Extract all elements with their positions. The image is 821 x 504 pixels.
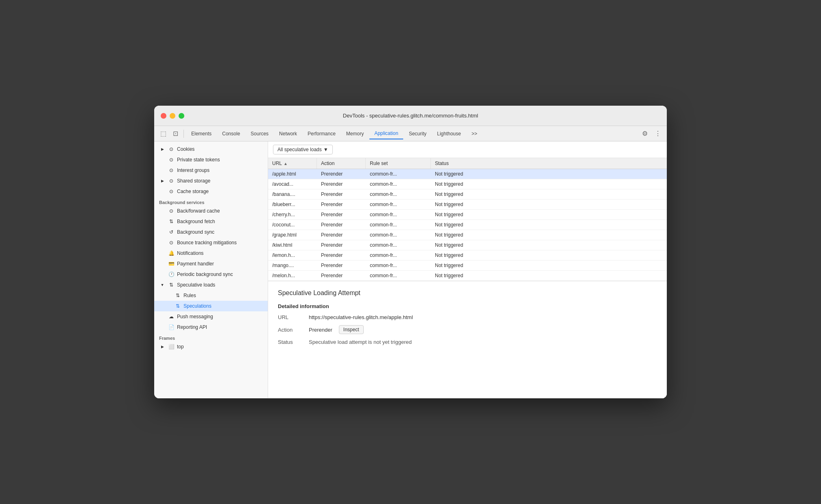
sidebar-item-top[interactable]: ▶ ⬜ top bbox=[154, 341, 268, 352]
detail-action-row: Action Prerender Inspect bbox=[278, 325, 657, 334]
table-row[interactable]: /banana.... Prerender common-fr... Not t… bbox=[268, 189, 667, 200]
close-button[interactable] bbox=[161, 113, 166, 119]
cylinder-icon-6: ⊙ bbox=[168, 208, 175, 214]
file-icon: 📄 bbox=[168, 324, 175, 330]
cursor-icon[interactable]: ⬚ bbox=[157, 128, 169, 139]
cell-status: Not triggered bbox=[431, 179, 667, 189]
sidebar-item-cache-storage[interactable]: ⊙ Cache storage bbox=[154, 186, 268, 197]
sidebar-item-speculative-loads[interactable]: ▼ ⇅ Speculative loads bbox=[154, 280, 268, 290]
filter-select[interactable]: All speculative loads ▼ bbox=[273, 145, 333, 154]
cell-status: Not triggered bbox=[431, 189, 667, 199]
bell-icon: 🔔 bbox=[168, 250, 175, 256]
cell-rule-set: common-fr... bbox=[366, 230, 431, 240]
sidebar-item-reporting-api[interactable]: 📄 Reporting API bbox=[154, 322, 268, 332]
sidebar-item-label: Speculations bbox=[183, 303, 212, 309]
sidebar-item-label: Cache storage bbox=[177, 189, 209, 194]
sidebar-item-label: Speculative loads bbox=[177, 282, 215, 288]
table-row[interactable]: /coconut... Prerender common-fr... Not t… bbox=[268, 220, 667, 230]
table-row[interactable]: /mango.... Prerender common-fr... Not tr… bbox=[268, 261, 667, 271]
tab-security[interactable]: Security bbox=[404, 128, 431, 139]
sidebar-item-payment-handler[interactable]: 💳 Payment handler bbox=[154, 259, 268, 269]
chevron-down-icon: ▼ bbox=[159, 283, 166, 287]
minimize-button[interactable] bbox=[170, 113, 175, 119]
sidebar-item-shared-storage[interactable]: ▶ ⊙ Shared storage bbox=[154, 176, 268, 186]
inspect-button[interactable]: Inspect bbox=[339, 325, 364, 334]
frames-label: Frames bbox=[154, 332, 268, 341]
action-value: Prerender bbox=[309, 327, 332, 333]
cell-rule-set: common-fr... bbox=[366, 240, 431, 250]
col-header-rule-set[interactable]: Rule set bbox=[366, 158, 431, 169]
sidebar-item-background-fetch[interactable]: ⇅ Background fetch bbox=[154, 216, 268, 227]
sidebar-item-rules[interactable]: ⇅ Rules bbox=[154, 290, 268, 301]
sidebar-item-notifications[interactable]: 🔔 Notifications bbox=[154, 248, 268, 259]
tab-memory[interactable]: Memory bbox=[341, 128, 369, 139]
tab-elements[interactable]: Elements bbox=[186, 128, 216, 139]
table-row[interactable]: /apple.html Prerender common-fr... Not t… bbox=[268, 169, 667, 179]
arrows-icon-2: ⇅ bbox=[168, 282, 175, 288]
sidebar-item-interest-groups[interactable]: ⊙ Interest groups bbox=[154, 165, 268, 176]
arrows-icon-4: ⇅ bbox=[175, 303, 181, 309]
cell-rule-set: common-fr... bbox=[366, 271, 431, 280]
sidebar-item-label: Bounce tracking mitigations bbox=[177, 240, 237, 245]
window-title: DevTools - speculative-rules.glitch.me/c… bbox=[343, 113, 478, 119]
sidebar-item-label: Reporting API bbox=[177, 324, 207, 330]
more-options-icon[interactable]: ⋮ bbox=[652, 128, 664, 139]
detail-url-row: URL https://speculative-rules.glitch.me/… bbox=[278, 314, 657, 320]
sidebar-item-background-sync[interactable]: ↺ Background sync bbox=[154, 227, 268, 237]
inspect-icon[interactable]: ⊡ bbox=[170, 128, 181, 139]
tab-more[interactable]: >> bbox=[467, 128, 482, 139]
main-content: ▶ ⊙ Cookies ⊙ Private state tokens ⊙ Int… bbox=[154, 141, 667, 398]
status-label: Status bbox=[278, 339, 302, 345]
tab-lighthouse[interactable]: Lighthouse bbox=[432, 128, 466, 139]
col-header-status[interactable]: Status bbox=[431, 158, 667, 169]
cylinder-icon-7: ⊙ bbox=[168, 240, 175, 245]
url-value: https://speculative-rules.glitch.me/appl… bbox=[309, 314, 413, 320]
status-detail-value: Speculative load attempt is not yet trig… bbox=[309, 339, 412, 345]
cell-status: Not triggered bbox=[431, 261, 667, 270]
detail-section-title: Detailed information bbox=[278, 303, 657, 309]
table-row[interactable]: /blueberr... Prerender common-fr... Not … bbox=[268, 200, 667, 210]
settings-icon[interactable]: ⚙ bbox=[639, 128, 651, 139]
sidebar-item-label: Back/forward cache bbox=[177, 208, 220, 214]
table-row[interactable]: /kiwi.html Prerender common-fr... Not tr… bbox=[268, 240, 667, 250]
cell-status: Not triggered bbox=[431, 240, 667, 250]
table-row[interactable]: /grape.html Prerender common-fr... Not t… bbox=[268, 230, 667, 240]
cell-url: /apple.html bbox=[268, 169, 317, 179]
clock-icon: 🕐 bbox=[168, 272, 175, 277]
tab-application[interactable]: Application bbox=[369, 128, 403, 139]
sidebar: ▶ ⊙ Cookies ⊙ Private state tokens ⊙ Int… bbox=[154, 141, 268, 398]
filter-label: All speculative loads bbox=[277, 147, 322, 152]
tab-performance[interactable]: Performance bbox=[303, 128, 341, 139]
cell-rule-set: common-fr... bbox=[366, 250, 431, 260]
col-header-url[interactable]: URL ▲ bbox=[268, 158, 317, 169]
devtools-tab-bar: ⬚ ⊡ Elements Console Sources Network Per… bbox=[154, 126, 667, 141]
sidebar-item-private-state-tokens[interactable]: ⊙ Private state tokens bbox=[154, 154, 268, 165]
table-row[interactable]: /melon.h... Prerender common-fr... Not t… bbox=[268, 271, 667, 281]
cell-action: Prerender bbox=[317, 200, 366, 209]
cell-action: Prerender bbox=[317, 271, 366, 280]
sidebar-item-cookies[interactable]: ▶ ⊙ Cookies bbox=[154, 144, 268, 154]
tab-network[interactable]: Network bbox=[274, 128, 302, 139]
table-body: /apple.html Prerender common-fr... Not t… bbox=[268, 169, 667, 281]
maximize-button[interactable] bbox=[179, 113, 184, 119]
sidebar-item-bounce-tracking[interactable]: ⊙ Bounce tracking mitigations bbox=[154, 237, 268, 248]
table-row[interactable]: /lemon.h... Prerender common-fr... Not t… bbox=[268, 250, 667, 261]
cell-rule-set: common-fr... bbox=[366, 200, 431, 209]
cell-rule-set: common-fr... bbox=[366, 210, 431, 219]
card-icon: 💳 bbox=[168, 261, 175, 267]
cell-action: Prerender bbox=[317, 230, 366, 240]
tab-console[interactable]: Console bbox=[217, 128, 245, 139]
sidebar-item-speculations[interactable]: ⇅ Speculations bbox=[154, 301, 268, 311]
sidebar-item-label: Interest groups bbox=[177, 167, 210, 173]
cell-status: Not triggered bbox=[431, 230, 667, 240]
sidebar-item-back-forward-cache[interactable]: ⊙ Back/forward cache bbox=[154, 206, 268, 216]
cell-action: Prerender bbox=[317, 169, 366, 179]
cell-action: Prerender bbox=[317, 261, 366, 270]
col-header-action[interactable]: Action bbox=[317, 158, 366, 169]
sidebar-item-periodic-background-sync[interactable]: 🕐 Periodic background sync bbox=[154, 269, 268, 280]
table-row[interactable]: /avocad... Prerender common-fr... Not tr… bbox=[268, 179, 667, 189]
tab-sources[interactable]: Sources bbox=[246, 128, 273, 139]
chevron-right-icon-2: ▶ bbox=[159, 179, 166, 183]
sidebar-item-push-messaging[interactable]: ☁ Push messaging bbox=[154, 311, 268, 322]
table-row[interactable]: /cherry.h... Prerender common-fr... Not … bbox=[268, 210, 667, 220]
